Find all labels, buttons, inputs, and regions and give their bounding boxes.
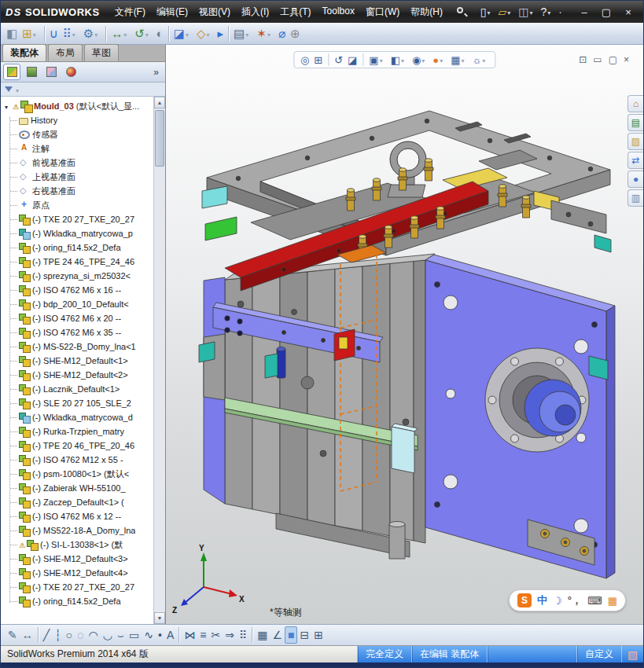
menu-item-7[interactable]: 窗口(W) — [360, 2, 405, 22]
menu-item-3[interactable]: 视图(V) — [193, 2, 236, 22]
scroll-down-button[interactable] — [154, 612, 165, 624]
circle-button[interactable]: ○ — [64, 626, 75, 644]
section-view-button[interactable]: ◪ — [346, 54, 359, 66]
status-custom[interactable]: 自定义 — [576, 646, 621, 662]
convert-entities-button[interactable]: ⇒ — [223, 626, 237, 644]
reference-geometry-button[interactable]: ◇ — [194, 25, 215, 42]
configurationmanager-tab[interactable] — [42, 64, 60, 80]
edit-component-button[interactable]: ◧ — [4, 25, 20, 42]
linear-sketch-pattern-button[interactable]: ⠿ — [237, 626, 249, 644]
dropdown-arrow-icon[interactable] — [145, 28, 152, 39]
solidworks-resources-button[interactable]: ⌂ — [627, 95, 643, 112]
view-settings-button[interactable]: ☼ — [470, 53, 490, 66]
eye-bolt[interactable] — [388, 141, 426, 197]
tree-item[interactable]: (-) ISO 4762 M6 x 16 -- — [2, 283, 152, 297]
tree-item[interactable]: (-) SI-L-13038<1> (默 — [2, 538, 152, 552]
centerpoint-arc-button[interactable]: ◠ — [86, 626, 100, 644]
tree-item[interactable]: (-) SHE-M12_Default<2> — [2, 368, 152, 382]
search-icon[interactable] — [456, 6, 468, 18]
tree-scrollbar[interactable] — [153, 97, 165, 624]
tree-item[interactable]: (-) MS-522-B_Domy_lna<1 — [2, 340, 152, 354]
tree-item[interactable]: (-) Wkladka_matrycowa_d — [2, 410, 152, 424]
rotate-component-button[interactable]: ↺ — [132, 25, 154, 42]
previous-view-button[interactable]: ↺ — [333, 54, 344, 66]
trim-entities-button[interactable]: ✂ — [208, 626, 223, 644]
fullwidth-toggle-icon[interactable]: ☽ — [553, 595, 562, 607]
centerline-button[interactable]: ┆ — [52, 626, 63, 644]
model-3d[interactable]: Y X Z — [166, 45, 643, 624]
featuremanager-tree-tab[interactable] — [3, 64, 20, 80]
dropdown-arrow-icon[interactable] — [123, 28, 130, 39]
instant3d-button[interactable]: ⊕ — [288, 25, 303, 42]
panel-overflow-button[interactable]: » — [149, 67, 163, 78]
tree-item[interactable]: (-) sprezyna_si_m25032< — [2, 269, 152, 283]
input-mode-chinese-icon[interactable]: 中 — [537, 593, 547, 607]
view-palette-button[interactable]: ⇄ — [627, 152, 643, 169]
menu-item-4[interactable]: 插入(I) — [236, 2, 274, 22]
dropdown-arrow-icon[interactable] — [421, 54, 428, 65]
dropdown-arrow-icon[interactable] — [267, 28, 274, 39]
dropdown-arrow-icon[interactable] — [481, 54, 488, 65]
status-options-button[interactable]: ▨ — [621, 646, 643, 662]
custom-properties-button[interactable]: ▥ — [627, 189, 643, 207]
text-button[interactable]: A — [164, 626, 176, 644]
zoom-area-button[interactable]: ⊞ — [312, 54, 324, 66]
dropdown-arrow-icon[interactable] — [185, 28, 192, 39]
sogou-logo-icon[interactable]: S — [517, 593, 532, 607]
dropdown-arrow-icon[interactable] — [245, 28, 252, 39]
new-motion-study-button[interactable]: ▸ — [215, 25, 226, 42]
grid-system-button[interactable]: ▦ — [255, 626, 270, 644]
appearances-scenes-button[interactable]: ● — [627, 171, 643, 188]
dropdown-arrow-icon[interactable] — [72, 28, 79, 39]
new-window-button[interactable]: ▢ — [609, 54, 617, 65]
menu-item-1[interactable]: 文件(F) — [109, 2, 151, 22]
restore-document-button[interactable]: ▭ — [593, 54, 602, 65]
save-button[interactable]: ◫ — [516, 3, 538, 20]
punctuation-toggle-icon[interactable]: °， — [568, 593, 582, 607]
expander-icon[interactable] — [5, 101, 13, 111]
tree-item[interactable]: (-) SHE-M12_Default<3> — [2, 552, 152, 566]
tables-button[interactable]: ⊞ — [311, 626, 326, 644]
file-explorer-button[interactable]: ▨ — [627, 133, 643, 150]
filter-dropdown-arrow-icon[interactable] — [15, 84, 22, 95]
tree-item[interactable]: (-) Rurka-Trzpien_matry — [2, 424, 152, 439]
tree-item[interactable]: (-) bdp_200_10_Default< — [2, 297, 152, 311]
tree-item[interactable]: (-) SHE-M12_Default<4> — [2, 566, 152, 580]
menu-item-5[interactable]: 工具(T) — [274, 2, 316, 22]
menu-item-2[interactable]: 编辑(E) — [151, 2, 193, 22]
dropdown-arrow-icon[interactable] — [94, 28, 101, 39]
dropdown-arrow-icon[interactable] — [400, 54, 407, 65]
rectangle-button[interactable]: ▭ — [127, 626, 142, 644]
tree-item[interactable]: (-) Zaczep_Default<1> ( — [2, 495, 152, 509]
minimize-button[interactable]: – — [574, 5, 594, 19]
new-file-button[interactable]: ▯ — [478, 3, 496, 20]
tree-item[interactable]: (-) ISO 4762 M6 x 20 -- — [2, 311, 152, 325]
displaymanager-tab[interactable] — [62, 64, 79, 80]
tree-item[interactable]: 上视基准面 — [2, 170, 152, 184]
sketch-button[interactable]: ✎ — [6, 626, 20, 644]
mate-button[interactable]: ∪ — [47, 25, 61, 42]
tree-item[interactable]: (-) TXE 20 27_TXE_20_27 — [2, 580, 152, 594]
tree-item[interactable]: (-) TPE 24 46_TPE_24_46 — [2, 255, 152, 269]
filter-bar[interactable] — [1, 83, 165, 97]
tree-item[interactable]: 传感器 — [2, 127, 152, 141]
menu-item-6[interactable]: Toolbox — [317, 2, 360, 22]
tree-item[interactable]: (-) SHE-M12_Default<1> — [2, 354, 152, 368]
scrollbar-thumb[interactable] — [155, 110, 164, 167]
tree-item[interactable]: 前视基准面 — [2, 156, 152, 170]
tree-item[interactable]: (-) SLE 20 27 105_SLE_2 — [2, 396, 152, 410]
tangent-arc-button[interactable]: ◡ — [101, 626, 115, 644]
line-button[interactable]: ╱ — [41, 626, 52, 644]
tree-item[interactable]: (-) ISO 4762 M6 x 12 -- — [2, 509, 152, 523]
point-button[interactable]: • — [156, 626, 164, 644]
tree-item[interactable]: 原点 — [2, 198, 152, 212]
tab-assembly[interactable]: 装配体 — [2, 44, 46, 61]
exploded-view-button[interactable]: ✶ — [254, 25, 276, 42]
apply-scene-button[interactable]: ▦ — [449, 53, 469, 66]
tree-item[interactable]: (-) oring_fi14.5x2_Defa — [2, 594, 152, 608]
close-button[interactable]: × — [618, 5, 638, 19]
tree-item[interactable]: (-) Lacznik_Default<1> — [2, 382, 152, 396]
tree-item[interactable]: 注解 — [2, 141, 152, 156]
mold-plate-stack[interactable] — [225, 254, 435, 543]
tree-item[interactable]: History — [2, 113, 152, 127]
